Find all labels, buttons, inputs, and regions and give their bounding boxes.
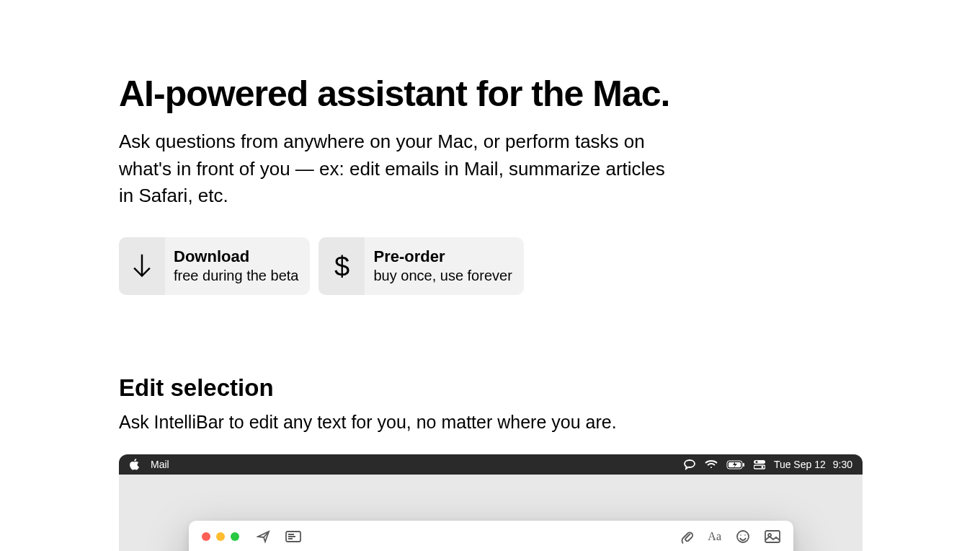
svg-point-15 [740, 535, 741, 537]
svg-rect-6 [754, 465, 765, 469]
menubar-app-name: Mail [151, 459, 169, 470]
battery-icon [726, 460, 745, 470]
preorder-button[interactable]: $ Pre-order buy once, use forever [318, 237, 523, 295]
hero-subheadline: Ask questions from anywhere on your Mac,… [119, 128, 667, 210]
attachment-icon[interactable] [680, 529, 693, 544]
section-sub: Ask IntelliBar to edit any text for you,… [119, 412, 861, 433]
close-icon[interactable] [202, 532, 210, 541]
menubar-date: Tue Sep 12 [774, 459, 826, 470]
preorder-sub: buy once, use forever [373, 266, 512, 285]
macos-menubar: Mail [119, 454, 863, 475]
download-sub: free during the beta [174, 266, 298, 285]
send-icon[interactable] [257, 529, 271, 544]
download-title: Download [174, 247, 249, 266]
header-fields-icon[interactable] [285, 531, 301, 542]
menubar-time: 9:30 [833, 459, 852, 470]
apple-icon [129, 459, 139, 470]
svg-rect-5 [754, 460, 765, 464]
hero-headline: AI-powered assistant for the Mac. [119, 72, 861, 115]
control-center-icon [754, 459, 765, 470]
cta-row: Download free during the beta $ Pre-orde… [119, 237, 861, 295]
svg-point-16 [744, 535, 746, 537]
maximize-icon[interactable] [231, 532, 239, 541]
preorder-title: Pre-order [373, 247, 445, 266]
download-button[interactable]: Download free during the beta [119, 237, 310, 295]
mail-toolbar: Aa [189, 521, 793, 551]
desktop-area: Aa [119, 475, 863, 551]
mail-compose-window: Aa [189, 521, 793, 551]
emoji-icon[interactable] [736, 529, 750, 544]
svg-point-7 [755, 461, 757, 463]
svg-point-1 [710, 467, 712, 468]
format-icon[interactable]: Aa [708, 530, 721, 543]
demo-frame: Mail [119, 454, 863, 551]
svg-point-8 [761, 466, 763, 468]
dollar-icon: $ [318, 237, 365, 295]
minimize-icon[interactable] [216, 532, 225, 541]
svg-rect-3 [743, 463, 744, 467]
window-traffic-lights[interactable] [202, 532, 239, 541]
photo-icon[interactable] [765, 530, 780, 543]
download-icon [119, 237, 165, 295]
section-heading: Edit selection [119, 374, 861, 402]
svg-rect-17 [765, 531, 780, 542]
wifi-icon [705, 459, 718, 470]
chat-icon [683, 459, 696, 470]
